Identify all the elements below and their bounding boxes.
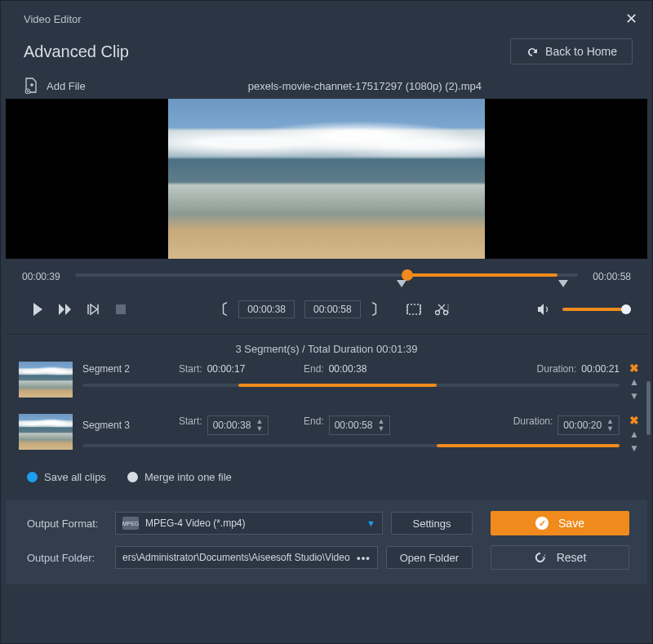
output-format-select[interactable]: MPEG MPEG-4 Video (*.mp4) ▼ xyxy=(115,512,383,535)
app-title: Video Editor xyxy=(24,13,82,25)
move-up-icon[interactable]: ▲ xyxy=(629,377,639,387)
scrollbar[interactable] xyxy=(646,381,651,435)
marker-in-icon[interactable] xyxy=(397,280,406,287)
output-folder-field[interactable]: ers\Administrator\Documents\Aiseesoft St… xyxy=(115,546,378,569)
volume-slider[interactable] xyxy=(562,304,629,315)
seek-thumb[interactable] xyxy=(402,269,413,281)
settings-button[interactable]: Settings xyxy=(391,512,473,535)
segment-actions: ✖ ▲ ▼ xyxy=(629,362,639,401)
redo-icon xyxy=(526,46,539,57)
cut-icon[interactable] xyxy=(433,300,451,318)
output-options: Save all clips Merge into one file xyxy=(6,463,647,495)
volume-thumb[interactable] xyxy=(621,304,631,314)
set-in-bracket-icon[interactable]: 〔 xyxy=(214,300,229,319)
segment-row[interactable]: Segment 3 Start:00:00:38▲▼ End:00:00:58▲… xyxy=(19,414,639,453)
preview-frame xyxy=(168,99,485,259)
current-filename: pexels-movie-channet-17517297 (1080p) (2… xyxy=(97,80,633,92)
next-frame-icon[interactable] xyxy=(84,300,102,318)
open-folder-button[interactable]: Open Folder xyxy=(386,546,473,569)
reset-button[interactable]: Reset xyxy=(491,545,629,570)
add-file-button[interactable]: Add File xyxy=(24,78,86,94)
app-window: Video Editor ✕ Advanced Clip Back to Hom… xyxy=(0,0,653,644)
segments-summary: 3 Segment(s) / Total Duration 00:01:39 xyxy=(6,335,647,362)
segment-actions: ✖ ▲ ▼ xyxy=(629,414,639,453)
filebar: Add File pexels-movie-channet-17517297 (… xyxy=(1,73,652,99)
move-down-icon[interactable]: ▼ xyxy=(629,391,639,401)
timeline: 00:00:39 00:00:58 xyxy=(6,259,647,288)
seek-track[interactable] xyxy=(75,267,578,286)
radio-dot-icon xyxy=(127,472,138,482)
segment-body: Segment 3 Start:00:00:38▲▼ End:00:00:58▲… xyxy=(82,414,620,450)
volume-icon[interactable] xyxy=(535,300,553,318)
time-total: 00:00:58 xyxy=(586,271,631,282)
svg-point-4 xyxy=(443,311,447,315)
segment-thumbnail[interactable] xyxy=(19,362,73,398)
check-circle-icon: ✓ xyxy=(535,517,549,530)
time-spinner[interactable]: 00:00:38▲▼ xyxy=(207,415,269,435)
header: Advanced Clip Back to Home xyxy=(1,37,652,73)
add-file-label: Add File xyxy=(47,80,86,92)
segment-track[interactable] xyxy=(82,442,620,450)
merge-label: Merge into one file xyxy=(144,471,232,483)
page-title: Advanced Clip xyxy=(24,42,129,61)
delete-segment-icon[interactable]: ✖ xyxy=(629,415,639,425)
time-spinner[interactable]: 00:00:58▲▼ xyxy=(329,415,391,435)
crop-icon[interactable] xyxy=(405,300,423,318)
reset-label: Reset xyxy=(557,551,587,564)
back-to-home-button[interactable]: Back to Home xyxy=(510,38,633,64)
svg-rect-1 xyxy=(116,304,126,314)
move-up-icon[interactable]: ▲ xyxy=(629,429,639,439)
segment-thumbnail[interactable] xyxy=(19,414,73,450)
save-label: Save xyxy=(558,517,584,530)
segment-row[interactable]: Segment 2 Start:00:00:17 End:00:00:38 Du… xyxy=(19,362,639,401)
time-value: 00:00:21 xyxy=(581,363,620,375)
output-format-label: Output Format: xyxy=(27,517,107,530)
output-folder-row: Output Folder: ers\Administrator\Documen… xyxy=(27,545,473,570)
format-badge-icon: MPEG xyxy=(122,517,139,530)
radio-dot-icon xyxy=(27,472,38,482)
refresh-icon xyxy=(534,551,547,564)
close-icon[interactable]: ✕ xyxy=(625,10,637,28)
delete-segment-icon[interactable]: ✖ xyxy=(629,363,639,373)
stop-icon[interactable] xyxy=(112,300,130,318)
save-all-label: Save all clips xyxy=(44,471,106,483)
playback-controls: 〔 00:00:38 00:00:58 〕 xyxy=(6,288,647,335)
marker-out-icon[interactable] xyxy=(558,280,568,287)
chevron-down-icon: ▼ xyxy=(366,518,375,528)
video-preview[interactable] xyxy=(6,99,647,259)
fast-forward-icon[interactable] xyxy=(56,300,74,318)
move-down-icon[interactable]: ▼ xyxy=(629,443,639,453)
set-out-bracket-icon[interactable]: 〕 xyxy=(371,300,385,319)
output-format-value: MPEG-4 Video (*.mp4) xyxy=(145,517,360,529)
play-icon[interactable] xyxy=(29,300,47,318)
svg-point-3 xyxy=(435,311,439,315)
output-folder-label: Output Folder: xyxy=(27,552,107,564)
titlebar: Video Editor ✕ xyxy=(1,1,652,37)
segment-name: Segment 3 xyxy=(82,420,172,431)
segment-name: Segment 2 xyxy=(82,363,172,375)
output-folder-value: ers\Administrator\Documents\Aiseesoft St… xyxy=(122,552,352,563)
time-spinner[interactable]: 00:00:20▲▼ xyxy=(557,415,620,435)
time-current: 00:00:39 xyxy=(22,271,67,282)
out-time-field[interactable]: 00:00:58 xyxy=(304,300,361,318)
time-value: 00:00:17 xyxy=(207,363,246,375)
segments-list: Segment 2 Start:00:00:17 End:00:00:38 Du… xyxy=(6,362,647,463)
svg-rect-2 xyxy=(407,304,420,314)
segment-body: Segment 2 Start:00:00:17 End:00:00:38 Du… xyxy=(82,362,620,389)
browse-icon[interactable]: ••• xyxy=(357,552,371,564)
save-button[interactable]: ✓ Save xyxy=(491,511,629,535)
merge-radio[interactable]: Merge into one file xyxy=(127,471,232,483)
back-label: Back to Home xyxy=(545,45,617,58)
save-all-radio[interactable]: Save all clips xyxy=(27,471,106,483)
time-value: 00:00:38 xyxy=(329,363,367,375)
add-file-icon xyxy=(24,78,38,94)
segment-track[interactable] xyxy=(82,381,620,389)
seek-track-fill xyxy=(407,273,558,277)
output-format-row: Output Format: MPEG MPEG-4 Video (*.mp4)… xyxy=(27,511,473,535)
bottom-panel: Output Format: MPEG MPEG-4 Video (*.mp4)… xyxy=(6,500,647,584)
in-time-field[interactable]: 00:00:38 xyxy=(238,300,295,318)
